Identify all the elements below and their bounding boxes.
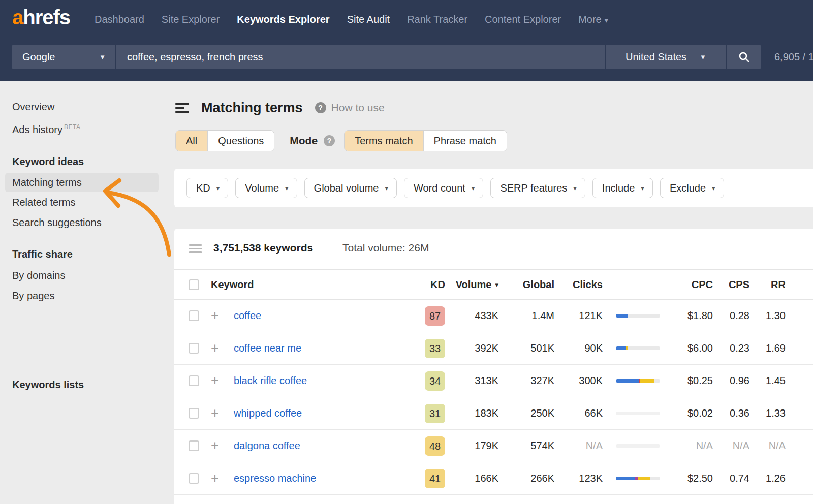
search-engine-select[interactable]: Google ▼ xyxy=(12,45,116,69)
collapse-sidebar-icon[interactable] xyxy=(175,103,190,113)
global-volume-value: 501K xyxy=(498,332,554,364)
column-header-volume[interactable]: Volume▾ xyxy=(443,270,498,299)
tab-all[interactable]: All xyxy=(176,131,207,151)
keyword-link[interactable]: coffee near me xyxy=(234,342,301,354)
table-header-row: KeywordKDVolume▾GlobalClicksCPCCPSRR xyxy=(174,269,813,300)
row-checkbox[interactable] xyxy=(189,310,199,321)
tab-questions[interactable]: Questions xyxy=(207,131,274,151)
chevron-down-icon: ▾ xyxy=(385,184,388,192)
add-to-list-button[interactable]: + xyxy=(211,332,224,364)
add-to-list-button[interactable]: + xyxy=(211,430,224,462)
tab-phrase-match[interactable]: Phrase match xyxy=(423,131,507,151)
chevron-down-icon: ▾ xyxy=(472,184,475,192)
sidebar-item-related-terms[interactable]: Related terms xyxy=(0,192,175,212)
bar-segment xyxy=(616,346,626,350)
nav-item-more[interactable]: More▾ xyxy=(578,14,608,25)
sidebar-item-search-suggestions[interactable]: Search suggestions xyxy=(0,212,175,233)
table-row: +whipped coffee31183K250K66K$0.020.361.3… xyxy=(174,397,813,430)
filter-label: Include xyxy=(602,182,635,194)
sidebar-item-matching-terms[interactable]: Matching terms xyxy=(5,173,159,192)
sidebar-item-overview[interactable]: Overview xyxy=(0,97,175,117)
main-content: Matching terms ? How to use AllQuestions… xyxy=(175,81,813,504)
filter-include[interactable]: Include▾ xyxy=(592,178,653,198)
column-header-keyword[interactable]: Keyword xyxy=(211,270,254,299)
filter-label: Volume xyxy=(245,182,279,194)
nav-item-site-audit[interactable]: Site Audit xyxy=(347,14,390,25)
main-menu: DashboardSite ExplorerKeywords ExplorerS… xyxy=(95,0,608,39)
keyword-link[interactable]: dalgona coffee xyxy=(234,440,300,452)
cpc-value: $6.00 xyxy=(652,332,713,364)
column-header-kd[interactable]: KD xyxy=(399,270,445,299)
row-checkbox[interactable] xyxy=(189,343,199,354)
cps-value: 0.74 xyxy=(709,462,749,494)
cpc-value: $2.50 xyxy=(652,462,713,494)
global-volume-value: 1.4M xyxy=(498,300,554,332)
row-checkbox[interactable] xyxy=(189,375,199,386)
mode-help-icon[interactable]: ? xyxy=(324,135,335,146)
sidebar-item-by-pages[interactable]: By pages xyxy=(0,286,175,306)
keyword-query-value: coffee, espresso, french press xyxy=(127,51,263,63)
clicks-value: 123K xyxy=(547,462,603,494)
clicks-value: 300K xyxy=(547,365,603,397)
keyword-link[interactable]: espresso machine xyxy=(234,472,316,484)
chevron-down-icon: ▾ xyxy=(216,184,220,192)
filter-serp-features[interactable]: SERP features▾ xyxy=(490,178,585,198)
magnifier-icon xyxy=(738,51,750,63)
help-question-icon[interactable]: ? xyxy=(315,102,326,113)
row-checkbox[interactable] xyxy=(189,473,199,484)
select-all-checkbox[interactable] xyxy=(189,279,199,290)
filter-volume[interactable]: Volume▾ xyxy=(235,178,297,198)
column-header-cpc[interactable]: CPC xyxy=(652,270,713,299)
keyword-query-input[interactable]: coffee, espresso, french press xyxy=(116,45,606,69)
global-volume-value: 266K xyxy=(498,462,554,494)
add-to-list-button[interactable]: + xyxy=(211,462,224,494)
tab-terms-match[interactable]: Terms match xyxy=(345,131,423,151)
keywords-table-card: 3,751,538 keywords Total volume: 26M Key… xyxy=(174,229,813,504)
result-type-tabs: AllQuestions xyxy=(175,130,274,151)
column-header-rr[interactable]: RR xyxy=(745,270,786,299)
filter-kd[interactable]: KD▾ xyxy=(186,178,228,198)
report-sidebar: OverviewAds historyBETAKeyword ideasMatc… xyxy=(0,81,175,504)
rr-value: 1.45 xyxy=(745,365,786,397)
how-to-use-link[interactable]: How to use xyxy=(331,102,385,114)
sidebar-item-by-domains[interactable]: By domains xyxy=(0,265,175,286)
bar-segment xyxy=(616,314,628,318)
sidebar-item-traffic-share: Traffic share xyxy=(0,243,175,265)
page-title: Matching terms xyxy=(201,100,303,116)
add-to-list-button[interactable]: + xyxy=(211,365,224,397)
column-header-clicks[interactable]: Clicks xyxy=(547,270,603,299)
nav-item-site-explorer[interactable]: Site Explorer xyxy=(162,14,220,25)
nav-item-keywords-explorer[interactable]: Keywords Explorer xyxy=(237,14,329,25)
cpc-value: $0.25 xyxy=(652,365,713,397)
country-select[interactable]: United States ▼ xyxy=(606,45,727,69)
row-checkbox[interactable] xyxy=(189,408,199,419)
keyword-link[interactable]: whipped coffee xyxy=(234,407,302,419)
nav-item-dashboard[interactable]: Dashboard xyxy=(95,14,144,25)
filter-global-volume[interactable]: Global volume▾ xyxy=(304,178,397,198)
ahrefs-logo[interactable]: ahrefs xyxy=(12,6,70,29)
country-value: United States xyxy=(626,51,686,63)
list-options-icon[interactable] xyxy=(189,244,202,253)
filter-exclude[interactable]: Exclude▾ xyxy=(660,178,724,198)
column-header-cps[interactable]: CPS xyxy=(709,270,749,299)
nav-item-content-explorer[interactable]: Content Explorer xyxy=(485,14,561,25)
rr-value: 1.69 xyxy=(745,332,786,364)
bar-segment xyxy=(635,477,639,480)
nav-item-rank-tracker[interactable]: Rank Tracker xyxy=(407,14,467,25)
clicks-value: N/A xyxy=(547,430,603,462)
row-checkbox[interactable] xyxy=(189,440,199,451)
mode-label: Mode xyxy=(290,135,318,147)
filter-word-count[interactable]: Word count▾ xyxy=(404,178,483,198)
add-to-list-button[interactable]: + xyxy=(211,300,224,332)
keyword-link[interactable]: coffee xyxy=(234,310,261,322)
search-button[interactable] xyxy=(727,45,761,69)
beta-badge: BETA xyxy=(64,123,80,131)
filter-label: SERP features xyxy=(500,182,567,194)
column-header-global[interactable]: Global xyxy=(498,270,554,299)
chevron-down-icon: ▾ xyxy=(573,184,577,192)
bar-segment xyxy=(638,477,650,480)
keyword-link[interactable]: black rifle coffee xyxy=(234,375,307,387)
add-to-list-button[interactable]: + xyxy=(211,397,224,429)
sidebar-item-ads-history[interactable]: Ads historyBETA xyxy=(0,117,175,137)
filter-label: Word count xyxy=(414,182,465,194)
